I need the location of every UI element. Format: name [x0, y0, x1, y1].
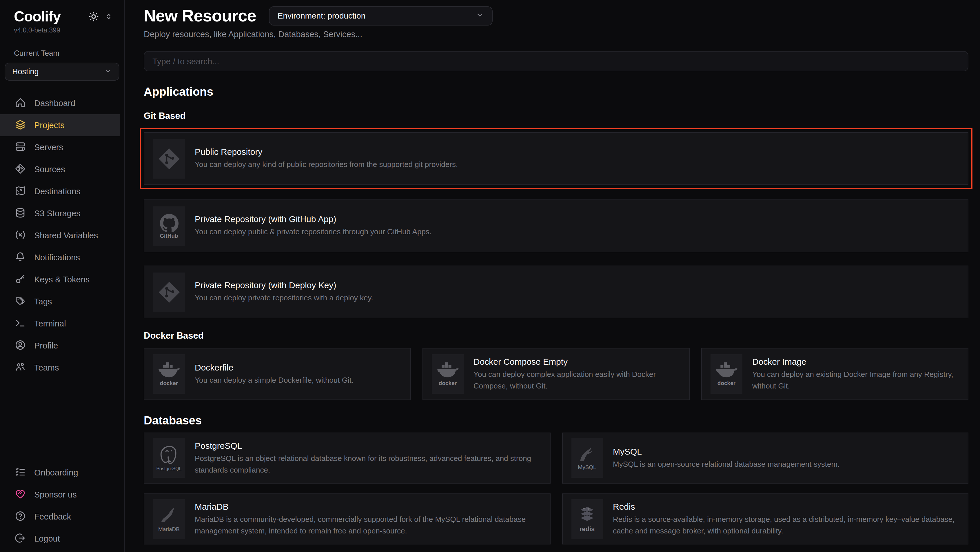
card-description: You can deploy an existing Docker Image … — [752, 369, 959, 391]
page-title: New Resource — [144, 6, 256, 25]
layers-icon — [14, 118, 26, 132]
map-icon — [14, 185, 26, 198]
sidebar-item-label: Onboarding — [34, 468, 78, 477]
sidebar-item-label: Feedback — [34, 512, 71, 521]
sidebar-item-label: Destinations — [34, 187, 81, 196]
card-description: Redis is a source-available, in-memory s… — [613, 514, 959, 536]
environment-select[interactable]: Environment: production — [269, 6, 493, 25]
docker-logo-caption: docker — [718, 380, 735, 386]
checklist-icon — [14, 466, 26, 479]
theme-sun-icon[interactable] — [88, 11, 99, 22]
sidebar-item-label: Teams — [34, 363, 59, 372]
card-mysql[interactable]: MySQL MySQL MySQL is an open-source rela… — [562, 432, 969, 483]
card-title: Docker Image — [752, 357, 959, 367]
card-title: Docker Compose Empty — [474, 357, 680, 367]
database-icon — [14, 207, 26, 220]
main-content: New Resource Environment: production Dep… — [125, 0, 980, 552]
server-icon — [14, 140, 26, 154]
card-description: You can deploy complex application easil… — [474, 369, 680, 391]
chevron-down-icon — [476, 11, 484, 21]
sidebar-item-terminal[interactable]: Terminal — [0, 313, 120, 335]
sidebar-item-onboarding[interactable]: Onboarding — [0, 461, 120, 483]
sidebar-item-servers[interactable]: Servers — [0, 136, 120, 158]
sidebar-item-feedback[interactable]: Feedback — [0, 506, 120, 528]
card-private-repository-deploy-key[interactable]: Private Repository (with Deploy Key) You… — [144, 266, 969, 318]
git-diamond-icon — [14, 163, 26, 176]
postgresql-logo: PostgreSQL — [153, 438, 185, 478]
github-logo: GitHub — [153, 206, 185, 246]
sidebar-item-teams[interactable]: Teams — [0, 357, 120, 379]
app-logo: Coolify — [14, 8, 60, 25]
card-redis[interactable]: redis Redis Redis is a source-available,… — [562, 493, 969, 544]
sidebar-item-profile[interactable]: Profile — [0, 335, 120, 357]
sidebar-item-destinations[interactable]: Destinations — [0, 180, 120, 203]
git-logo — [153, 139, 185, 178]
card-docker-compose-empty[interactable]: docker Docker Compose Empty You can depl… — [423, 348, 690, 400]
github-logo-caption: GitHub — [160, 232, 178, 239]
sidebar-item-dashboard[interactable]: Dashboard — [0, 92, 120, 114]
coolify-app: Coolify v4.0.0-beta.399 Current Team Hos… — [0, 0, 980, 552]
sidebar-item-tags[interactable]: Tags — [0, 290, 120, 313]
card-description: You can deploy any kind of public reposi… — [195, 159, 458, 171]
sidebar-item-label: S3 Storages — [34, 209, 81, 218]
tags-icon — [14, 295, 26, 308]
sidebar-item-label: Profile — [34, 341, 58, 350]
card-title: Dockerfile — [195, 362, 353, 372]
mariadb-logo-caption: MariaDB — [158, 526, 180, 532]
card-description: You can deploy private repositories with… — [195, 292, 373, 304]
docker-logo: docker — [153, 354, 185, 394]
sidebar: Coolify v4.0.0-beta.399 Current Team Hos… — [0, 0, 125, 552]
key-icon — [14, 273, 26, 286]
card-title: Private Repository (with Deploy Key) — [195, 280, 373, 290]
annotation-highlight-box: Public Repository You can deploy any kin… — [140, 128, 972, 189]
sidebar-item-sponsor-us[interactable]: Sponsor us — [0, 483, 120, 506]
applications-heading: Applications — [144, 85, 969, 99]
sidebar-item-label: Keys & Tokens — [34, 275, 89, 284]
docker-logo: docker — [432, 354, 464, 394]
card-public-repository[interactable]: Public Repository You can deploy any kin… — [144, 132, 969, 185]
card-title: PostgreSQL — [195, 441, 541, 450]
sidebar-item-label: Servers — [34, 143, 63, 152]
sidebar-item-shared-variables[interactable]: Shared Variables — [0, 224, 120, 246]
profile-icon — [14, 339, 26, 352]
sidebar-item-keys-tokens[interactable]: Keys & Tokens — [0, 268, 120, 290]
sidebar-item-projects[interactable]: Projects — [0, 114, 120, 136]
sidebar-item-sources[interactable]: Sources — [0, 158, 120, 180]
card-mariadb[interactable]: MariaDB MariaDB MariaDB is a community-d… — [144, 493, 550, 544]
terminal-icon — [14, 317, 26, 330]
chevron-down-icon — [104, 67, 112, 76]
card-title: MariaDB — [195, 501, 541, 511]
sidebar-footer: Onboarding Sponsor us Feedback Logout — [0, 461, 124, 550]
card-dockerfile[interactable]: docker Dockerfile You can deploy a simpl… — [144, 348, 411, 400]
search-input[interactable] — [153, 57, 960, 66]
app-version: v4.0.0-beta.399 — [0, 25, 124, 34]
bell-icon — [14, 251, 26, 264]
chevrons-up-down-icon[interactable] — [105, 13, 113, 20]
sidebar-item-label: Projects — [34, 121, 65, 130]
sidebar-item-s3-storages[interactable]: S3 Storages — [0, 203, 120, 224]
database-cards-grid: PostgreSQL PostgreSQL PostgreSQL is an o… — [144, 432, 969, 544]
team-select-value: Hosting — [12, 67, 39, 76]
card-postgresql[interactable]: PostgreSQL PostgreSQL PostgreSQL is an o… — [144, 432, 550, 483]
sidebar-item-logout[interactable]: Logout — [0, 528, 120, 550]
mysql-logo-caption: MySQL — [578, 464, 596, 470]
search-box[interactable] — [144, 51, 969, 71]
sidebar-item-label: Terminal — [34, 319, 66, 328]
current-team-label: Current Team — [0, 49, 124, 57]
card-private-repository-github-app[interactable]: GitHub Private Repository (with GitHub A… — [144, 199, 969, 252]
heart-icon — [14, 488, 26, 501]
sidebar-item-label: Sponsor us — [34, 490, 77, 499]
sidebar-item-notifications[interactable]: Notifications — [0, 246, 120, 268]
card-description: You can deploy public & private reposito… — [195, 227, 431, 238]
environment-select-value: Environment: production — [278, 11, 366, 20]
sidebar-item-label: Tags — [34, 297, 52, 306]
card-title: MySQL — [613, 447, 840, 456]
team-select[interactable]: Hosting — [5, 62, 119, 81]
redis-logo: redis — [571, 499, 603, 539]
card-title: Public Repository — [195, 147, 458, 157]
sidebar-item-label: Shared Variables — [34, 231, 98, 240]
page-subtitle: Deploy resources, like Applications, Dat… — [144, 30, 969, 39]
sidebar-item-label: Logout — [34, 534, 60, 543]
git-logo — [153, 272, 185, 312]
card-docker-image[interactable]: docker Docker Image You can deploy an ex… — [701, 348, 969, 400]
